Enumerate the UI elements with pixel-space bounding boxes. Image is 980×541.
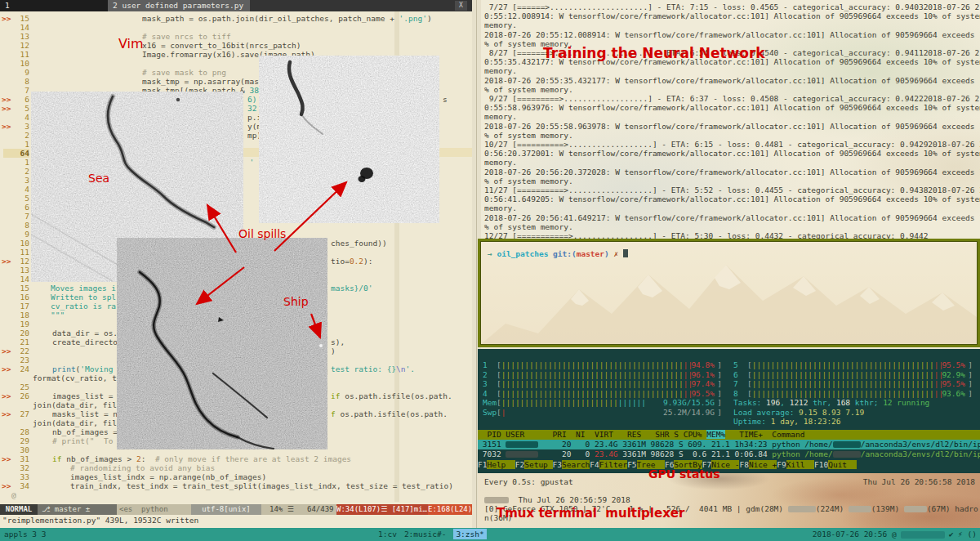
line-number: 34 [3, 481, 29, 490]
encoding-segment: utf-8[unix] [191, 504, 261, 515]
log-line: 11/27 [==========>..................] - … [484, 186, 980, 194]
fkey-action[interactable]: Kill [786, 460, 814, 469]
code-segment: @ [11, 490, 16, 499]
log-line: 10/27 [==========>..................] - … [484, 140, 980, 149]
vim-statusline: NORMAL ⎇ master ± <es python utf-8[unix]… [0, 504, 472, 515]
line-number: 21 [3, 338, 29, 347]
gpustat-pane[interactable]: Every 0.5s: gpustat Thu Jul 26 20:56:58 … [478, 473, 980, 528]
fkey-action[interactable]: Setup [524, 460, 552, 469]
code-segment: """ [51, 311, 65, 320]
fkey-action[interactable]: Nice + [749, 460, 777, 469]
process-row[interactable]: 7032 20 0 23.4G 3361M 98628 S 0.6 21.1 0… [478, 449, 980, 459]
line-number: 17 [3, 302, 29, 311]
tab-user-defined-parameters[interactable]: 2 user defined parameters.py [108, 0, 250, 11]
redacted-hostname [901, 531, 945, 539]
log-line: memory. [484, 66, 517, 75]
cpu-percent: 95.5% [691, 389, 715, 398]
tmux-status-bar: appls 3 3 1:cv2:music#-3:zsh* 2018-07-26… [0, 528, 980, 541]
line-number: 8 [3, 221, 29, 230]
meter-bar: [|||||||||||||||||||||||||||||||||||||||… [747, 370, 973, 379]
line-number: 23 [3, 355, 29, 364]
git-branch-segment: ⎇ master ± [38, 504, 117, 515]
meter-bar: [|25.2M/14.9G] [497, 408, 722, 417]
bracket: ] [717, 389, 722, 398]
meter-label: 2 [483, 370, 488, 379]
tmux-window-1cv[interactable]: 1:cv [378, 530, 397, 539]
line-number: 6 [3, 95, 29, 104]
code-segment: mask_path = os.path.join(dir_oil_patches… [142, 14, 432, 23]
fkey-action[interactable]: Help [487, 460, 514, 469]
training-log-pane[interactable]: 7/27 [======>.....................] - ET… [481, 0, 980, 239]
vim-code-line: >>31if nb_of_images > 2: # only move if … [0, 454, 472, 463]
fkey-action[interactable]: Quit [828, 460, 856, 469]
bracket: ] [717, 379, 722, 388]
process-row[interactable]: 3151 20 0 23.4G 3361M 98628 S 609. 21.1 … [478, 440, 980, 449]
cpu-percent: 93.6% [942, 389, 965, 398]
log-line: % of system memory. [484, 85, 573, 94]
tab-reimplementation[interactable]: 1 reimplementation.py [0, 0, 108, 11]
sar-image-oil-spill-ship [117, 238, 327, 449]
fkey-action[interactable]: Filter [599, 460, 627, 469]
log-line: memory. [484, 158, 517, 167]
log-line: 0:55:12.008914: W tensorflow/core/framew… [484, 11, 980, 20]
log-line: 2018-07-26 20:56:20.372028: W tensorflow… [484, 168, 980, 177]
meter-label: 6 [733, 370, 738, 379]
htop-table-header[interactable]: PID USER PRI NI VIRT RES SHR S CPU% MEM%… [478, 430, 980, 440]
log-line: 12/27 [===========>.................] - … [484, 231, 928, 239]
bracket: ] [717, 398, 722, 407]
tmux-window-3zsh[interactable]: 3:zsh* [453, 529, 486, 539]
line-number: 15 [3, 284, 29, 293]
meter-label: 3 [483, 379, 488, 388]
meter-label: 4 [483, 389, 488, 398]
log-line: memory. [484, 112, 517, 121]
fkey-action[interactable]: Search [562, 460, 590, 469]
fkey-number: F4 [590, 460, 599, 469]
line-number: 3 [3, 122, 29, 131]
fkey-number: F6 [665, 460, 674, 469]
line-number: 11 [3, 50, 29, 59]
line-number: 22 [3, 347, 29, 355]
vim-code-line: >>15mask_path = os.path.join(dir_oil_pat… [0, 14, 472, 23]
code-segment: Moves images i [51, 284, 116, 293]
watch-header-left: Every 0.5s: gpustat [484, 477, 573, 486]
swap-value: 25.2M/14.9G [663, 408, 715, 417]
code-segment: s), [331, 338, 345, 347]
fkey-action[interactable]: SortBy [674, 460, 702, 469]
log-line: % of system memory. [484, 131, 573, 140]
tmux-window-2music[interactable]: 2:music#- [404, 530, 446, 539]
line-number: 14 [3, 275, 29, 284]
log-line: % of system memory. [484, 222, 573, 231]
error-count-segment: E:168(L24) [428, 504, 472, 515]
htop-pane[interactable]: 1[||||||||||||||||||||||||||||||||||||||… [478, 349, 980, 473]
close-icon[interactable]: X [455, 1, 467, 11]
zsh-terminal-pane[interactable]: → oil_patches git:(master) ✗ [481, 242, 977, 344]
meter-label: Swp [483, 408, 497, 417]
bracket: ] [968, 389, 973, 398]
line-number: 19 [3, 320, 29, 329]
line-number: 10 [3, 239, 29, 248]
log-line: 2018-07-26 20:56:41.649217: W tensorflow… [484, 213, 980, 222]
code-segment: # randomizing to avoid any bias [70, 463, 215, 472]
line-number: 7 [3, 212, 29, 221]
meter-bar: [|||||||||||||||||||||||||||||||||||||||… [497, 379, 722, 388]
line-number: 13 [3, 266, 29, 275]
gpu-status-wrap: n(36M) [484, 513, 512, 522]
log-line: 8/27 [=======>....................] - ET… [484, 48, 979, 57]
code-segment: f os.path.isfile(os.path. [331, 409, 448, 418]
line-number: 20 [3, 329, 29, 338]
log-line: % of system memory. [484, 39, 573, 48]
htop-function-key-bar: F1Help F2Setup F3SearchF4FilterF5Tree F6… [478, 460, 980, 470]
vim-code-line: 13# save nrcs to tiff [0, 32, 472, 41]
cpu-percent: 95.5% [942, 379, 965, 388]
log-line: 2018-07-26 20:55:12.008914: W tensorflow… [484, 30, 980, 39]
tmux-session-name: appls 3 3 [4, 528, 46, 541]
cpu-percent: 97.4% [691, 379, 715, 388]
gpu-status-line: [0] GeForce GTX 1050 | 72'C, 1 % | 526 /… [484, 504, 978, 513]
code-segment: # save nrcs to tiff [142, 32, 231, 41]
fkey-action[interactable]: Nice - [711, 460, 739, 469]
htop-load: Load average: 9.15 8.93 7.19 [733, 408, 864, 417]
code-segment: mask_tmp = np.asarray(mas [142, 77, 259, 86]
fkey-action[interactable]: Tree [637, 460, 665, 469]
vim-code-line: @ [0, 490, 472, 499]
line-number: 7 [3, 86, 29, 95]
